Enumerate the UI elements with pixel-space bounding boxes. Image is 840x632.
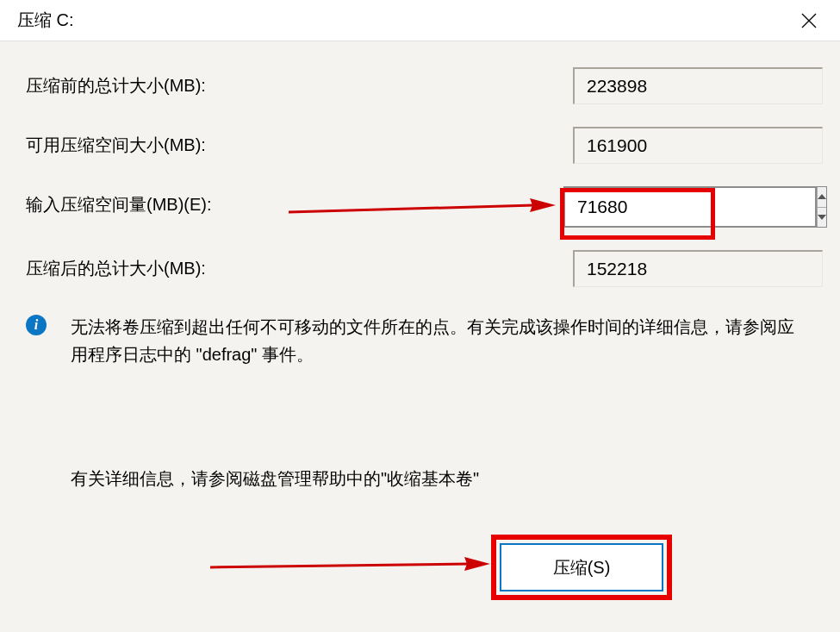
shrink-amount-label: 输入压缩空间量(MB)(E): — [26, 186, 302, 216]
total-after-label: 压缩后的总计大小(MB): — [26, 250, 302, 280]
chevron-up-icon — [818, 194, 826, 199]
dialog-title: 压缩 C: — [17, 9, 74, 32]
field-available: 可用压缩空间大小(MB): 161900 — [26, 127, 823, 164]
field-total-before: 压缩前的总计大小(MB): 223898 — [26, 67, 823, 104]
available-value: 161900 — [573, 127, 823, 164]
total-before-label: 压缩前的总计大小(MB): — [26, 67, 302, 97]
spinner-up-button[interactable] — [817, 187, 826, 208]
total-after-value: 152218 — [573, 250, 823, 287]
svg-line-6 — [210, 564, 469, 567]
shrink-volume-dialog: 压缩 C: 压缩前的总计大小(MB): 223898 可用压缩空间大小(MB):… — [0, 0, 840, 632]
field-total-after: 压缩后的总计大小(MB): 152218 — [26, 250, 823, 287]
svg-marker-3 — [818, 215, 826, 220]
title-bar: 压缩 C: — [0, 0, 840, 41]
close-icon — [801, 13, 817, 28]
info-icon: i — [26, 315, 47, 335]
total-before-value: 223898 — [573, 67, 823, 104]
chevron-down-icon — [818, 215, 826, 220]
svg-marker-2 — [818, 194, 826, 199]
info-text: 无法将卷压缩到超出任何不可移动的文件所在的点。有关完成该操作时间的详细信息，请参… — [71, 313, 806, 368]
help-text: 有关详细信息，请参阅磁盘管理帮助中的"收缩基本卷" — [71, 467, 823, 491]
shrink-amount-spinner — [563, 186, 823, 228]
dialog-body: 压缩前的总计大小(MB): 223898 可用压缩空间大小(MB): 16190… — [0, 41, 840, 491]
field-shrink-amount: 输入压缩空间量(MB)(E): — [26, 186, 823, 228]
close-button[interactable] — [792, 3, 826, 38]
button-area: 压缩(S) — [500, 543, 663, 591]
spinner-down-button[interactable] — [817, 208, 826, 228]
spinner-buttons — [817, 186, 827, 228]
svg-marker-7 — [464, 557, 490, 571]
annotation-arrow-2 — [210, 552, 490, 578]
available-label: 可用压缩空间大小(MB): — [26, 127, 302, 157]
info-row: i 无法将卷压缩到超出任何不可移动的文件所在的点。有关完成该操作时间的详细信息，… — [26, 313, 823, 368]
shrink-button[interactable]: 压缩(S) — [500, 543, 663, 591]
shrink-amount-input[interactable] — [563, 186, 817, 228]
